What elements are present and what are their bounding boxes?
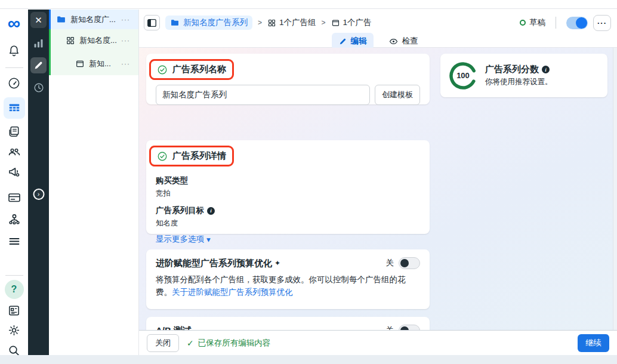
settings-icon-button[interactable] [4, 321, 24, 339]
budget-learn-more-link[interactable]: 关于进阶赋能型广告系列预算优化 [172, 288, 293, 297]
close-icon: ✕ [35, 15, 42, 26]
pages-icon[interactable] [4, 122, 24, 140]
ab-test-card: A/B 测试 关 [146, 317, 430, 330]
header-more-button[interactable]: ··· [593, 15, 611, 31]
show-more-options-link[interactable]: 显示更多选项 ▾ [156, 234, 211, 245]
saved-status: ✓ 已保存所有编辑内容 [187, 338, 270, 348]
score-title: 广告系列分数 [485, 64, 539, 75]
ab-test-toggle-group: 关 [386, 325, 421, 330]
help-button[interactable]: ? [4, 280, 24, 298]
show-more-options-label: 显示更多选项 [156, 234, 204, 245]
bell-icon [7, 44, 21, 58]
budget-toggle[interactable] [399, 257, 420, 269]
objective-label: 广告系列目标 i [156, 205, 420, 216]
tab-edit[interactable]: 编辑 [332, 33, 374, 50]
content-scrollbar[interactable] [613, 48, 617, 330]
check-circle-icon [157, 64, 168, 75]
gauge-icon [7, 76, 21, 90]
close-editor-button[interactable]: ✕ [30, 12, 47, 28]
panel-toggle-icon [146, 17, 158, 29]
editor-header: 新知名度广告系列 > 1个广告组 > 1个广告 草稿 ··· [139, 10, 617, 48]
buy-type-value: 竞拍 [156, 189, 420, 199]
pencil-icon [338, 37, 347, 46]
score-value: 100 [449, 61, 477, 90]
close-button[interactable]: 关闭 [147, 334, 179, 352]
tab-edit-label: 编辑 [351, 36, 367, 47]
ab-test-toggle[interactable] [399, 325, 420, 330]
tree-item-ad[interactable]: 新知... ··· [51, 52, 138, 75]
more-options-icon[interactable]: ··· [121, 16, 130, 24]
breadcrumb-separator-icon: > [322, 18, 326, 27]
notifications-bell-icon[interactable] [4, 42, 24, 60]
toggle-knob [400, 259, 409, 267]
continue-button[interactable]: 继续 [578, 334, 609, 352]
mode-tabs: 编辑 检查 [139, 33, 617, 50]
campaign-score-card: 100 广告系列分数 i 你将使用推荐设置。 [440, 54, 607, 97]
stacked-pages-icon [7, 125, 21, 138]
buy-type-label: 购买类型 [156, 175, 420, 186]
business-assets-icon[interactable] [4, 210, 24, 228]
megaphone-gear-icon [7, 165, 21, 179]
more-options-icon[interactable]: ··· [121, 60, 130, 68]
toggle-sidebar-button[interactable] [144, 15, 160, 30]
account-overview-icon[interactable] [4, 74, 24, 92]
objective-value: 知名度 [156, 218, 420, 229]
window-top-strip [0, 0, 617, 9]
campaign-name-card: 广告系列名称 创建模板 [146, 54, 430, 104]
info-icon[interactable]: i [542, 66, 550, 73]
score-subtitle: 你将使用推荐设置。 [485, 77, 553, 87]
info-icon[interactable]: i [207, 207, 215, 215]
more-icon: ··· [597, 18, 607, 27]
rail-divider [5, 67, 23, 68]
header-divider [556, 17, 556, 29]
budget-toggle-group: 关 [386, 257, 421, 269]
folder-icon [170, 18, 180, 27]
breadcrumb: 新知名度广告系列 > 1个广告组 > 1个广告 草稿 ··· [139, 10, 617, 32]
ad-frame-icon [75, 59, 85, 69]
draft-status-icon [520, 20, 526, 26]
budget-card-title: 进阶赋能型广告系列预算优化 [156, 258, 272, 269]
reports-icon[interactable] [4, 301, 24, 319]
window-bottom-strip [0, 355, 617, 364]
meta-logo-icon[interactable]: ∞ [4, 13, 24, 33]
create-template-button[interactable]: 创建模板 [375, 85, 420, 105]
more-options-icon[interactable]: ··· [121, 36, 130, 45]
tree-item-adset[interactable]: 新知名度... ··· [51, 29, 138, 52]
audiences-icon[interactable] [4, 143, 24, 161]
expand-panel-button[interactable]: › [33, 189, 44, 200]
editor-footer: 关闭 ✓ 已保存所有编辑内容 继续 [139, 330, 617, 355]
adset-grid-icon [66, 36, 75, 45]
newspaper-icon [7, 304, 21, 317]
draft-status: 草稿 [520, 17, 545, 28]
breadcrumb-adset[interactable]: 1个广告组 [267, 17, 316, 28]
campaign-active-toggle[interactable] [566, 17, 588, 29]
history-button[interactable] [30, 79, 47, 95]
toggle-knob [400, 326, 409, 330]
budget-toggle-label: 关 [386, 258, 394, 269]
all-tools-menu-icon[interactable] [4, 232, 24, 250]
credit-card-icon [7, 190, 21, 205]
tab-review[interactable]: 检查 [382, 33, 425, 50]
org-person-icon [7, 212, 21, 226]
ad-frame-icon [331, 18, 340, 27]
score-gauge: 100 [449, 61, 477, 90]
caret-down-icon: ▾ [206, 235, 211, 244]
clock-icon [33, 82, 45, 94]
hamburger-icon [7, 234, 21, 248]
gear-icon [7, 323, 21, 337]
tree-item-campaign[interactable]: 新知名度广... ··· [49, 10, 138, 29]
settings-column: 广告系列名称 创建模板 广告系列详情 购买类型 竞拍 广告系列目标 i [146, 54, 430, 330]
editor-content: 广告系列名称 创建模板 广告系列详情 购买类型 竞拍 广告系列目标 i [139, 48, 617, 330]
campaign-name-title: 广告系列名称 [172, 64, 226, 75]
billing-icon[interactable] [4, 189, 24, 206]
ads-manager-icon[interactable] [4, 163, 24, 181]
edit-mode-button[interactable] [30, 57, 47, 73]
pencil-icon [33, 60, 44, 71]
performance-chart-button[interactable] [30, 35, 47, 51]
global-nav-rail: ∞ ? [0, 10, 28, 355]
breadcrumb-ad[interactable]: 1个广告 [331, 17, 372, 28]
breadcrumb-campaign[interactable]: 新知名度广告系列 [165, 16, 252, 30]
campaign-name-input[interactable] [156, 85, 370, 105]
campaigns-table-icon[interactable] [4, 97, 25, 119]
main-editor-area: 新知名度广告系列 > 1个广告组 > 1个广告 草稿 ··· [139, 10, 617, 355]
